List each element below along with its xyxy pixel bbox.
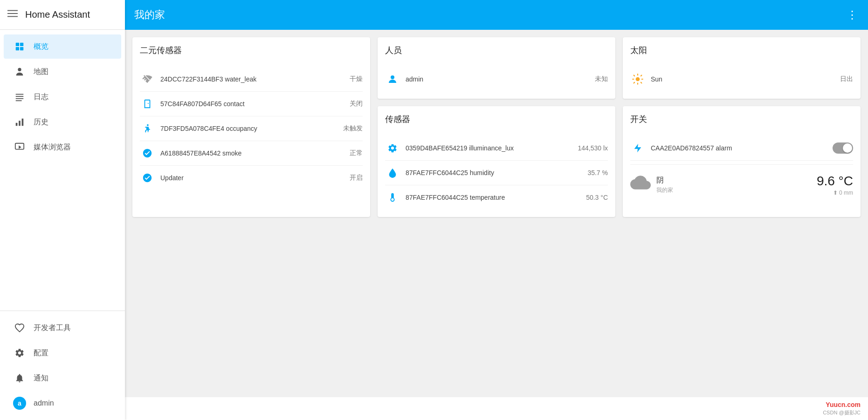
person-card-title: 人员 — [385, 45, 608, 60]
sidebar-item-overview[interactable]: 概览 — [4, 34, 121, 59]
dashboard: 二元传感器 24DCC722F3144BF3 water_leak 干燥 57C… — [125, 30, 868, 397]
person-nav-icon — [13, 65, 26, 78]
sensor-row: 24DCC722F3144BF3 water_leak 干燥 — [140, 67, 363, 92]
wrench-icon — [13, 321, 26, 334]
sensor-row: 87FAE7FFC6044C25 temperature 50.3 °C — [385, 185, 608, 210]
sidebar-item-media-label: 媒体浏览器 — [34, 142, 71, 152]
svg-point-18 — [391, 75, 394, 79]
credit-label: CSDN @摄影JC — [132, 409, 861, 416]
sensor-row: A61888457E8A4542 smoke 正常 — [140, 141, 363, 166]
sensor-name: 87FAE7FFC6044C25 humidity — [406, 169, 587, 176]
svg-rect-3 — [16, 43, 19, 46]
more-options-icon[interactable]: ⋮ — [847, 8, 859, 21]
footer: Yuucn.com CSDN @摄影JC — [125, 397, 868, 420]
person-state: 未知 — [595, 75, 608, 83]
sensor-name: 57C84FA807D64F65 contact — [160, 100, 350, 108]
sun-row: Sun 日出 — [630, 67, 853, 91]
sidebar-item-notifications-label: 通知 — [34, 373, 48, 383]
svg-rect-4 — [20, 43, 23, 46]
sidebar-item-logbook[interactable]: 日志 — [4, 85, 121, 109]
sidebar-item-user-label: admin — [34, 399, 54, 407]
page-title: 我的家 — [134, 8, 165, 22]
sensor-name: 7DF3FD5A078C4FE4 occupancy — [160, 125, 343, 132]
main-content: 我的家 ⋮ 二元传感器 24DCC722F3144BF3 water_leak … — [125, 0, 868, 420]
svg-rect-14 — [22, 119, 24, 126]
app-title: Home Assistant — [25, 9, 90, 20]
svg-rect-9 — [16, 96, 24, 97]
svg-point-7 — [18, 68, 21, 71]
grid-icon — [13, 40, 26, 53]
sensor-name: 24DCC722F3144BF3 water_leak — [160, 75, 350, 83]
thermometer-icon — [385, 190, 400, 205]
svg-rect-6 — [20, 47, 23, 50]
bell-icon — [13, 372, 26, 385]
svg-rect-2 — [7, 16, 18, 17]
svg-point-17 — [147, 124, 149, 126]
sun-icon — [630, 72, 645, 87]
weather-temp: 9.6 °C — [817, 174, 853, 189]
sensor-value: 关闭 — [350, 100, 363, 108]
list-icon — [13, 90, 26, 103]
water-drop-icon — [385, 165, 400, 180]
sensor-value: 未触发 — [343, 124, 363, 133]
sidebar-item-config-label: 配置 — [34, 348, 48, 358]
sensors-card-title: 传感器 — [385, 114, 608, 129]
check-circle-2-icon — [140, 170, 155, 185]
sensor-row: Updater 开启 — [140, 166, 363, 190]
person-name: admin — [406, 75, 595, 83]
sidebar-item-notifications[interactable]: 通知 — [4, 366, 121, 390]
gear-icon — [13, 346, 26, 359]
sensor-row: 57C84FA807D64F65 contact 关闭 — [140, 92, 363, 116]
binary-sensors-title: 二元传感器 — [140, 45, 363, 60]
svg-rect-1 — [7, 13, 18, 14]
weather-row: 阴 我的家 9.6 °C ⬆ 0 mm — [630, 169, 853, 201]
svg-rect-10 — [16, 98, 24, 99]
door-icon — [140, 96, 155, 111]
sidebar-item-user[interactable]: a admin — [4, 391, 121, 415]
person-icon — [385, 72, 400, 87]
sidebar-item-history-label: 历史 — [34, 117, 48, 127]
svg-point-19 — [636, 77, 640, 81]
topbar: 我的家 ⋮ — [125, 0, 868, 30]
svg-marker-20 — [634, 144, 641, 152]
weather-condition: 阴 — [656, 176, 817, 185]
sidebar-item-overview-label: 概览 — [34, 42, 48, 52]
switch-row: CAA2E0AD67824557 alarm — [630, 136, 853, 161]
settings-icon — [385, 141, 400, 156]
sensor-value: 正常 — [350, 149, 363, 157]
weather-right: 9.6 °C ⬆ 0 mm — [817, 174, 853, 196]
chart-icon — [13, 115, 26, 129]
menu-icon[interactable] — [7, 8, 18, 21]
avatar: a — [13, 397, 26, 410]
sensor-value: 干燥 — [350, 75, 363, 83]
sensor-name: 0359D4BAFE654219 illuminance_lux — [406, 144, 578, 152]
sensor-name: 87FAE7FFC6044C25 temperature — [406, 194, 586, 201]
sensor-row: 0359D4BAFE654219 illuminance_lux 144,530… — [385, 136, 608, 161]
svg-rect-8 — [16, 94, 24, 95]
sidebar-item-config[interactable]: 配置 — [4, 341, 121, 365]
toggle-switch[interactable] — [833, 142, 853, 154]
svg-rect-11 — [16, 100, 22, 101]
sidebar-item-media[interactable]: 媒体浏览器 — [4, 135, 121, 159]
sidebar-item-map[interactable]: 地图 — [4, 60, 121, 84]
sun-name: Sun — [651, 75, 840, 83]
sensor-value: 35.7 % — [587, 169, 608, 176]
binary-sensors-card: 二元传感器 24DCC722F3144BF3 water_leak 干燥 57C… — [132, 37, 370, 217]
sun-state: 日出 — [840, 75, 853, 83]
lightning-icon — [630, 141, 645, 156]
sidebar-bottom: 开发者工具 配置 通知 a admin — [0, 311, 125, 420]
sensor-value: 50.3 °C — [586, 194, 608, 201]
weather-info: 阴 我的家 — [656, 176, 817, 194]
svg-rect-0 — [7, 10, 18, 11]
sidebar-item-history[interactable]: 历史 — [4, 110, 121, 134]
sidebar-header: Home Assistant — [0, 0, 125, 30]
sidebar-item-developer-label: 开发者工具 — [34, 323, 71, 333]
cloud-icon — [630, 172, 651, 197]
svg-rect-12 — [16, 123, 18, 126]
sidebar-nav: 概览 地图 日志 历史 媒体浏览器 — [0, 30, 125, 311]
sensor-value: 144,530 lx — [578, 144, 608, 152]
sidebar-item-developer[interactable]: 开发者工具 — [4, 316, 121, 340]
switch-card: 开关 CAA2E0AD67824557 alarm 阴 我的家 — [623, 106, 861, 217]
sensor-name: Updater — [160, 174, 350, 182]
weather-location: 我的家 — [656, 186, 817, 194]
